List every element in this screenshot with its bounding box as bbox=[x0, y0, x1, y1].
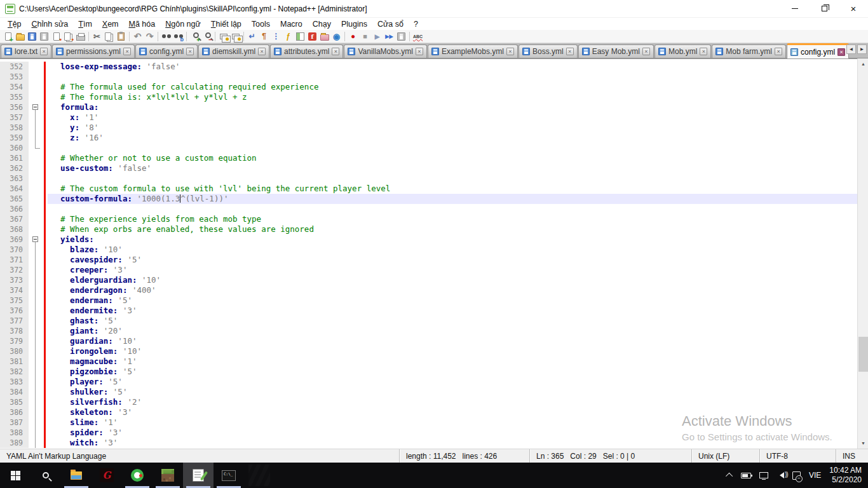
code-text[interactable]: enderdragon: '400' bbox=[48, 285, 857, 295]
code-text[interactable]: # When exp orbs are enabled, these value… bbox=[48, 224, 857, 234]
taskbar-cmd-button[interactable]: C:\_ bbox=[214, 463, 244, 488]
restore-button[interactable] bbox=[810, 0, 839, 18]
code-text[interactable] bbox=[48, 173, 857, 184]
code-text[interactable]: silverfish: '2' bbox=[48, 397, 857, 407]
save-macro-icon[interactable] bbox=[395, 30, 407, 43]
save-all-icon[interactable] bbox=[38, 30, 50, 43]
tab-close-icon[interactable]: × bbox=[40, 48, 48, 55]
tab-boss.yml[interactable]: Boss.yml× bbox=[519, 44, 578, 58]
close-all-icon[interactable]: • bbox=[62, 30, 74, 43]
start-recording-icon[interactable]: ● bbox=[347, 30, 359, 43]
menu-item-8[interactable]: Tools bbox=[247, 19, 275, 29]
tab-close-icon[interactable]: × bbox=[416, 48, 423, 55]
close-button[interactable]: × bbox=[839, 0, 868, 18]
code-text[interactable]: elderguardian: '10' bbox=[48, 275, 857, 285]
find-icon[interactable] bbox=[160, 30, 172, 43]
code-text[interactable]: endermite: '3' bbox=[48, 306, 857, 316]
tab-vanillamobs.yml[interactable]: VanillaMobs.yml× bbox=[344, 44, 426, 58]
tab-permissions.yml[interactable]: permissions.yml× bbox=[52, 44, 135, 58]
code-text[interactable]: blaze: '10' bbox=[48, 245, 857, 255]
code-text[interactable]: yields: bbox=[48, 234, 857, 245]
spell-check-icon[interactable]: ABC bbox=[412, 30, 424, 43]
menu-item-6[interactable]: Ngôn ngữ bbox=[160, 19, 206, 29]
status-encoding[interactable]: UTF-8 bbox=[759, 449, 836, 463]
word-wrap-icon[interactable]: ↵ bbox=[246, 30, 258, 43]
print-icon[interactable] bbox=[74, 30, 86, 43]
fold-collapse-icon[interactable] bbox=[32, 236, 38, 242]
taskbar-clock[interactable]: 10:42 AM 5/2/2020 bbox=[829, 466, 862, 485]
status-insert-mode[interactable]: INS bbox=[836, 449, 868, 463]
code-text[interactable]: creeper: '3' bbox=[48, 265, 857, 275]
code-text[interactable]: giant: '20' bbox=[48, 326, 857, 336]
tab-close-icon[interactable]: × bbox=[700, 48, 707, 55]
open-file-icon[interactable] bbox=[14, 30, 26, 43]
tab-close-icon[interactable]: × bbox=[258, 48, 266, 55]
document-map-icon[interactable] bbox=[294, 30, 306, 43]
new-file-icon[interactable]: + bbox=[2, 30, 14, 43]
taskbar-notepad-plus-plus-button[interactable] bbox=[183, 463, 214, 488]
tab-close-icon[interactable]: × bbox=[506, 48, 514, 55]
taskbar-start-button[interactable] bbox=[0, 463, 31, 488]
fold-margin[interactable] bbox=[29, 234, 43, 245]
taskbar-dark-app-button[interactable] bbox=[244, 463, 275, 488]
taskbar-garena-button[interactable]: G bbox=[92, 463, 122, 488]
code-text[interactable]: z: '16' bbox=[48, 133, 857, 143]
menu-item-12[interactable]: Cửa sổ bbox=[372, 19, 409, 29]
taskbar-search-button[interactable] bbox=[31, 463, 61, 488]
code-text[interactable] bbox=[48, 72, 857, 82]
tab-attributes.yml[interactable]: attributes.yml× bbox=[270, 44, 343, 58]
code-text[interactable]: witch: '3' bbox=[48, 438, 857, 448]
tab-config.yml[interactable]: config.yml× bbox=[135, 44, 198, 58]
tab-scroll-right-icon[interactable]: ► bbox=[857, 44, 867, 54]
network-icon[interactable] bbox=[759, 472, 768, 478]
indent-guide-icon[interactable]: ⋮ bbox=[270, 30, 282, 43]
vertical-scrollbar[interactable]: ▲ ▼ bbox=[857, 58, 868, 449]
folder-as-workspace-icon[interactable] bbox=[318, 30, 330, 43]
menu-item-3[interactable]: Tìm bbox=[73, 19, 97, 29]
code-text[interactable] bbox=[48, 143, 857, 153]
tab-diemskill.yml[interactable]: diemskill.yml× bbox=[198, 44, 269, 58]
tab-close-icon[interactable]: × bbox=[837, 48, 845, 56]
tab-close-icon[interactable]: × bbox=[123, 48, 131, 55]
code-text[interactable]: # Whether or not to use a custom equatio… bbox=[48, 153, 857, 163]
menu-item-13[interactable]: ? bbox=[409, 19, 423, 29]
code-text[interactable]: shulker: '5' bbox=[48, 387, 857, 397]
code-text[interactable]: formula: bbox=[48, 102, 857, 112]
code-text[interactable]: cavespider: '5' bbox=[48, 255, 857, 265]
menu-item-9[interactable]: Macro bbox=[275, 19, 308, 29]
function-completion-icon[interactable]: ƒ bbox=[282, 30, 294, 43]
code-text[interactable]: ghast: '5' bbox=[48, 316, 857, 326]
stop-recording-icon[interactable]: ■ bbox=[359, 30, 371, 43]
code-text[interactable]: spider: '3' bbox=[48, 428, 857, 438]
redo-icon[interactable]: ↷ bbox=[144, 30, 156, 43]
status-cursor-position[interactable]: Ln : 365 Col : 29 Sel : 0 | 0 bbox=[529, 449, 691, 463]
menu-item-11[interactable]: Plugins bbox=[336, 19, 372, 29]
language-indicator[interactable]: VIE bbox=[809, 471, 821, 480]
fold-collapse-icon[interactable] bbox=[32, 104, 38, 110]
code-text[interactable]: slime: '1' bbox=[48, 417, 857, 428]
scroll-up-icon[interactable]: ▲ bbox=[858, 58, 868, 69]
sync-scroll-vertical-icon[interactable] bbox=[217, 30, 229, 43]
replace-icon[interactable]: b bbox=[172, 30, 184, 43]
scroll-down-icon[interactable]: ▼ bbox=[858, 438, 868, 449]
tab-close-icon[interactable]: × bbox=[566, 48, 574, 55]
code-text[interactable] bbox=[48, 204, 857, 214]
tab-easy-mob.yml[interactable]: Easy Mob.yml× bbox=[578, 44, 654, 58]
document-monitoring-icon[interactable]: ◉ bbox=[330, 30, 342, 43]
menu-item-7[interactable]: Thiết lập bbox=[206, 19, 247, 29]
cut-icon[interactable]: ✂ bbox=[91, 30, 103, 43]
code-text[interactable]: irongolem: '10' bbox=[48, 346, 857, 356]
code-text[interactable]: magmacube: '1' bbox=[48, 356, 857, 367]
run-macro-multiple-icon[interactable]: ▶▶ bbox=[383, 30, 395, 43]
tab-close-icon[interactable]: × bbox=[775, 48, 782, 55]
tab-close-icon[interactable]: × bbox=[642, 48, 650, 55]
code-text[interactable]: use-custom: 'false' bbox=[48, 163, 857, 173]
taskbar-green-circle-app-button[interactable] bbox=[122, 463, 153, 488]
zoom-out-icon[interactable]: − bbox=[201, 30, 213, 43]
code-text[interactable]: player: '5' bbox=[48, 377, 857, 387]
code-text[interactable]: skeleton: '3' bbox=[48, 407, 857, 417]
code-text[interactable]: y: '8' bbox=[48, 123, 857, 133]
fold-margin[interactable] bbox=[29, 102, 43, 112]
menu-item-1[interactable]: Tệp bbox=[3, 19, 27, 29]
code-text[interactable]: # The formula used for calculating requi… bbox=[48, 82, 857, 92]
